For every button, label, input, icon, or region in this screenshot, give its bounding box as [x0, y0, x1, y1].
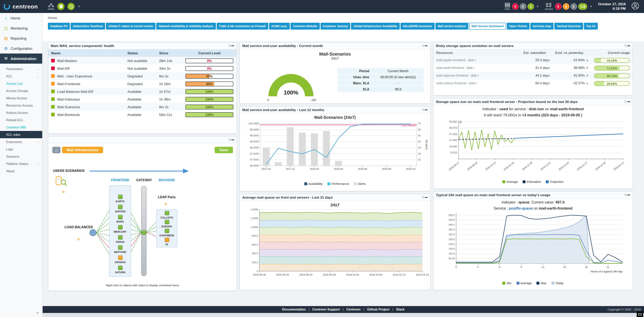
refresh-icon[interactable]: ↻ — [624, 44, 627, 48]
tab-tactical-overview[interactable]: Tactical Overview — [554, 23, 583, 29]
collapse-icon[interactable] — [627, 195, 630, 195]
collapse-icon[interactable] — [425, 109, 428, 110]
sidebar-item-reporting[interactable]: ▤Reporting — [0, 33, 42, 43]
header-row: NameStatusSinceCurrent Level — [48, 49, 236, 57]
column-left: Main MAIL service components' health ↻ N… — [48, 42, 237, 291]
svg-text:500.0: 500.0 — [448, 214, 455, 217]
tab-mail-service-analysis[interactable]: Mail service analysis — [435, 23, 468, 29]
collapse-icon[interactable] — [627, 101, 630, 102]
status-badge[interactable]: 0 — [520, 3, 526, 10]
sidebar-item-administration[interactable]: ⚒Administration — [0, 53, 42, 64]
tab-global-infrastructure-availability[interactable]: Global Infrastructure Availability — [351, 23, 400, 29]
status-badge[interactable]: 118 — [578, 3, 588, 10]
tab-database-fs[interactable]: Database FS — [48, 23, 70, 29]
sidebar-subitem-sessions[interactable]: Sessions — [0, 153, 42, 160]
sidebar-collapse-button[interactable]: « — [36, 310, 39, 315]
footer-link-documentation[interactable]: Documentation — [282, 308, 306, 311]
tab-network-availability-reliability-analysis[interactable]: Network availability & reliability analy… — [156, 23, 216, 29]
sidebar-subitem-actions-access[interactable]: Actions Access — [0, 109, 42, 116]
database-status-icon[interactable] — [57, 3, 64, 10]
node-gateway[interactable] — [142, 230, 146, 235]
status-badge[interactable]: 0 — [512, 3, 518, 10]
latency-status-icon[interactable] — [67, 3, 75, 10]
sidebar-subitem-resources-access[interactable]: Resources Access — [0, 102, 42, 109]
node-saturn[interactable]: SATURN — [111, 266, 129, 274]
node-ganymede[interactable]: GANYMEDE — [158, 229, 176, 237]
node-io[interactable]: IO — [158, 238, 176, 246]
collapse-icon[interactable] — [425, 45, 428, 46]
footer-link-centreon-support[interactable]: Centreon Support — [312, 308, 340, 311]
user-menu[interactable] — [632, 2, 639, 11]
sidebar-item-home[interactable]: ⌂Home — [0, 13, 42, 23]
status-badge[interactable]: 5 — [528, 3, 534, 10]
status-badge[interactable]: 4 — [563, 3, 569, 10]
node-earth[interactable]: EARTH — [111, 195, 129, 203]
tab-customer-journey[interactable]: Customer Journey — [320, 23, 350, 29]
node-europa[interactable]: EUROPA — [158, 220, 176, 228]
footer-link-centreon[interactable]: Centreon — [346, 308, 360, 311]
refresh-icon[interactable]: ↻ — [422, 108, 425, 112]
save-button[interactable]: Save — [215, 147, 233, 153]
svg-text:2018-10-26: 2018-10-26 — [503, 161, 514, 171]
tab-datacenters-tem-hum[interactable]: Datacenters Tem/Hum — [70, 23, 105, 29]
fullscreen-toggle[interactable] — [637, 311, 643, 317]
sidebar-subitem-menus-access[interactable]: Menus Access — [0, 94, 42, 102]
collapse-icon[interactable] — [425, 197, 428, 198]
sidebar-subitem-platform-status[interactable]: Platform Status› — [0, 160, 42, 167]
collapse-icon[interactable] — [627, 45, 630, 46]
sidebar-item-monitoring[interactable]: ◫Monitoring — [0, 23, 42, 33]
chevron-down-icon[interactable]: ▾ — [537, 5, 538, 8]
hosts-indicator[interactable]: hosts — [504, 3, 510, 10]
sidebar-subitem-logs[interactable]: Logs — [0, 146, 42, 153]
sidebar-subitem-parameters[interactable]: Parameters› — [0, 65, 42, 72]
sidebar-item-configuration[interactable]: ⚙Configuration — [0, 43, 42, 53]
tab-top-10[interactable]: Top 10 — [584, 23, 598, 29]
node-callisto[interactable]: CALLISTO — [158, 211, 176, 219]
node-neptune[interactable]: NEPTUNE — [111, 245, 129, 253]
sidebar-subitem-acl-rules[interactable]: ACL rules — [0, 131, 42, 138]
node-mars[interactable]: MARS — [111, 215, 129, 223]
node-jupiter[interactable]: JUPITER — [111, 205, 129, 213]
sidebar-subitem-centreon-mbi[interactable]: Centreon MBI — [0, 124, 42, 131]
refresh-icon[interactable]: ↻ — [228, 138, 231, 142]
tab-mail-service-dashboard[interactable]: Mail Service Dashboard — [469, 23, 506, 29]
sidebar-subitem-extensions[interactable]: Extensions› — [0, 138, 42, 146]
node-uranus[interactable]: URANUS — [111, 255, 129, 264]
logo-text: centreon — [12, 3, 38, 10]
tab-global-it-status-current-events[interactable]: Global IT status & current events — [106, 23, 156, 29]
tab-services-map[interactable]: Services map — [530, 23, 554, 29]
tab-centreon-website[interactable]: Centreon Website — [290, 23, 320, 29]
footer-link-slack[interactable]: Slack — [396, 308, 404, 311]
refresh-icon[interactable]: ↻ — [422, 44, 425, 48]
sidebar-subitem-access-groups[interactable]: Access Groups — [0, 87, 42, 94]
services-indicator[interactable]: services — [545, 3, 553, 10]
refresh-icon[interactable]: ↻ — [422, 196, 425, 199]
tab-trafic-nb-connection-on-firewall[interactable]: Trafic & Nb connection on Firewall — [217, 23, 268, 29]
footer-link-github-project[interactable]: Github Project — [367, 308, 389, 311]
refresh-icon[interactable]: ↻ — [624, 193, 627, 197]
collapse-icon[interactable] — [231, 139, 234, 140]
node-mercury[interactable]: MERCURY — [111, 225, 129, 233]
level-label: 0% — [186, 66, 233, 70]
sidebar-subitem-reload-acl[interactable]: Reload ACL — [0, 116, 42, 124]
diagram-footnote: Right click on objects with status to di… — [48, 284, 236, 287]
status-badge[interactable]: 0 — [570, 3, 577, 10]
breadcrumb[interactable]: Home — [42, 13, 644, 22]
status-badge[interactable]: 5 — [555, 3, 562, 10]
sidebar-subitem-acl[interactable]: ACL⌄ — [0, 72, 42, 80]
sidebar-subitem-access-list[interactable]: Access List — [0, 80, 42, 87]
sidebar-subitem-about[interactable]: About — [0, 167, 42, 175]
pollers-indicator[interactable]: pollers — [48, 3, 54, 10]
logo[interactable]: centreon — [0, 3, 43, 10]
tab-hillmore-insurance[interactable]: HILLMORE Insurance — [400, 23, 434, 29]
chevron-down-icon[interactable]: ▾ — [78, 5, 80, 8]
health-table: NameStatusSinceCurrent LevelMail-Masters… — [48, 49, 236, 118]
refresh-icon[interactable]: ↻ — [624, 100, 627, 104]
refresh-icon[interactable]: ↻ — [228, 44, 231, 48]
status-cell: Degraded — [124, 72, 156, 80]
tab-acme-corp[interactable]: ACME corp. — [269, 23, 290, 29]
chevron-down-icon[interactable]: ▾ — [590, 5, 592, 8]
node-venus[interactable]: VENUS — [111, 235, 129, 243]
tab-open-tickets[interactable]: Open Tickets — [507, 23, 530, 29]
collapse-icon[interactable] — [231, 45, 234, 46]
